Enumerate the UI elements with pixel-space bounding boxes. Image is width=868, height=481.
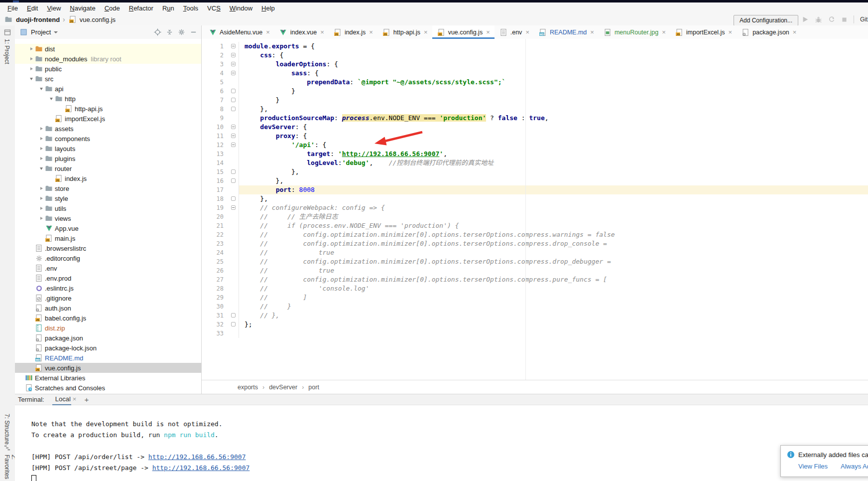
menu-item-edit[interactable]: Edit bbox=[22, 3, 42, 13]
chevron-right-icon[interactable] bbox=[38, 157, 44, 160]
code-line-15[interactable]: 15 }, bbox=[202, 167, 868, 176]
code-line-32[interactable]: 32}; bbox=[202, 320, 868, 329]
chevron-down-icon[interactable] bbox=[38, 167, 44, 170]
view-files-link[interactable]: View Files bbox=[798, 463, 828, 470]
menu-item-run[interactable]: Run bbox=[158, 3, 179, 13]
fold-end-icon[interactable] bbox=[231, 322, 236, 326]
tree-item-utils[interactable]: utils bbox=[15, 203, 201, 213]
tree-item-package-lock.json[interactable]: package-lock.json bbox=[15, 343, 201, 353]
code-line-25[interactable]: 25 // config.optimization.minimizer[0].o… bbox=[202, 257, 868, 266]
fold-marker[interactable] bbox=[230, 69, 239, 78]
run-with-coverage-icon[interactable] bbox=[828, 16, 835, 23]
fold-marker[interactable] bbox=[230, 141, 239, 150]
code-line-30[interactable]: 30 // } bbox=[202, 302, 868, 311]
close-icon[interactable]: × bbox=[590, 28, 594, 36]
fold-end-icon[interactable] bbox=[231, 98, 236, 102]
menu-item-window[interactable]: Window bbox=[225, 3, 257, 13]
chevron-down-icon[interactable] bbox=[54, 31, 58, 33]
tree-item-components[interactable]: components bbox=[15, 134, 201, 144]
tree-item-external-libraries[interactable]: External Libraries bbox=[15, 373, 201, 383]
tree-item-public[interactable]: public bbox=[15, 64, 201, 74]
tree-item-dist.zip[interactable]: dist.zip bbox=[15, 323, 201, 333]
fold-marker[interactable] bbox=[230, 132, 239, 141]
tree-item-vue.config.js[interactable]: JSvue.config.js bbox=[15, 363, 201, 373]
code-line-29[interactable]: 29 // ] bbox=[202, 293, 868, 302]
fold-marker[interactable] bbox=[230, 311, 239, 320]
fold-marker[interactable] bbox=[230, 42, 239, 51]
tree-item-src[interactable]: src bbox=[15, 74, 201, 84]
breadcrumb-exports[interactable]: exports bbox=[238, 384, 258, 391]
fold-collapse-icon[interactable] bbox=[231, 205, 236, 210]
code-line-22[interactable]: 22 // config.optimization.minimizer[0].o… bbox=[202, 230, 868, 239]
chevron-right-icon[interactable] bbox=[28, 47, 34, 50]
chevron-right-icon[interactable] bbox=[28, 57, 34, 60]
chevron-down-icon[interactable] bbox=[28, 78, 34, 80]
code-line-24[interactable]: 24 // true bbox=[202, 248, 868, 257]
new-terminal-session-button[interactable]: + bbox=[84, 395, 89, 404]
code-line-1[interactable]: 1module.exports = { bbox=[202, 42, 868, 51]
terminal-link[interactable]: http://192.168.66.56:9007 bbox=[148, 453, 246, 461]
editor-tab-menurouter.jpg[interactable]: menuRouter.jpg× bbox=[599, 25, 670, 39]
close-icon[interactable]: × bbox=[793, 28, 797, 36]
close-icon[interactable]: × bbox=[662, 28, 666, 36]
chevron-right-icon[interactable] bbox=[38, 147, 44, 150]
code-line-28[interactable]: 28 // 'console.log' bbox=[202, 284, 868, 293]
menu-item-view[interactable]: View bbox=[42, 3, 65, 13]
chevron-right-icon[interactable] bbox=[38, 217, 44, 220]
chevron-right-icon[interactable] bbox=[38, 137, 44, 140]
fold-marker[interactable] bbox=[230, 167, 239, 176]
fold-collapse-icon[interactable] bbox=[231, 134, 236, 138]
close-icon[interactable]: × bbox=[525, 28, 529, 36]
tree-item-index.js[interactable]: JSindex.js bbox=[15, 173, 201, 183]
tree-item-views[interactable]: views bbox=[15, 213, 201, 223]
fold-end-icon[interactable] bbox=[231, 89, 236, 93]
code-line-21[interactable]: 21 // if (process.env.NODE_ENV === 'prod… bbox=[202, 221, 868, 230]
code-line-18[interactable]: 18 }, bbox=[202, 194, 868, 203]
menu-item-vcs[interactable]: VCS bbox=[203, 3, 225, 13]
code-line-12[interactable]: 12 '/api': { bbox=[202, 141, 868, 150]
tree-item-router[interactable]: router bbox=[15, 163, 201, 173]
fold-end-icon[interactable] bbox=[231, 313, 236, 318]
code-line-19[interactable]: 19 // configureWebpack: config => { bbox=[202, 203, 868, 212]
code-line-11[interactable]: 11 proxy: { bbox=[202, 132, 868, 141]
tree-item-dist[interactable]: dist bbox=[15, 44, 201, 54]
menu-item-help[interactable]: Help bbox=[257, 3, 279, 13]
chevron-down-icon[interactable] bbox=[38, 88, 44, 90]
tree-item-readme.md[interactable]: MDREADME.md bbox=[15, 353, 201, 363]
terminal-output[interactable]: Note that the development build is not o… bbox=[15, 405, 868, 481]
menu-item-tools[interactable]: Tools bbox=[179, 3, 203, 13]
editor-tab-.env[interactable]: .env× bbox=[495, 25, 534, 39]
add-configuration-button[interactable]: Add Configuration... bbox=[734, 15, 798, 26]
tree-item-layouts[interactable]: layouts bbox=[15, 144, 201, 154]
fold-collapse-icon[interactable] bbox=[231, 53, 236, 57]
collapse-all-icon[interactable] bbox=[166, 28, 173, 36]
editor-tab-http-api.js[interactable]: JShttp-api.js× bbox=[377, 25, 432, 39]
fold-end-icon[interactable] bbox=[231, 169, 236, 174]
menu-item-code[interactable]: Code bbox=[100, 3, 124, 13]
terminal-tab-local[interactable]: Local× bbox=[53, 395, 79, 404]
tree-item-style[interactable]: style bbox=[15, 193, 201, 203]
tree-item-http[interactable]: http bbox=[15, 94, 201, 104]
tree-item-.gitignore[interactable]: .gitignore bbox=[15, 293, 201, 303]
stripe-structure-button[interactable]: 7: Structure bbox=[3, 414, 10, 445]
debug-icon[interactable] bbox=[815, 16, 822, 23]
code-line-20[interactable]: 20 // // 生产去除日志 bbox=[202, 212, 868, 221]
fold-end-icon[interactable] bbox=[231, 196, 236, 201]
fold-collapse-icon[interactable] bbox=[231, 62, 236, 66]
tree-item-app.vue[interactable]: App.vue bbox=[15, 223, 201, 233]
tree-item-assets[interactable]: assets bbox=[15, 124, 201, 134]
git-widget[interactable]: Git: bbox=[860, 16, 868, 23]
tree-item-.browserslistrc[interactable]: .browserslistrc bbox=[15, 243, 201, 253]
breadcrumb-project[interactable]: duoji-frontend bbox=[16, 16, 60, 23]
code-line-16[interactable]: 16 }, bbox=[202, 176, 868, 185]
fold-end-icon[interactable] bbox=[231, 107, 236, 111]
chevron-down-icon[interactable] bbox=[48, 98, 54, 100]
close-icon[interactable]: × bbox=[729, 28, 733, 36]
fold-marker[interactable] bbox=[230, 123, 239, 132]
breadcrumb-file[interactable]: vue.config.js bbox=[80, 16, 116, 23]
hide-panel-icon[interactable] bbox=[190, 28, 197, 36]
terminal-link[interactable]: http://192.168.66.56:9007 bbox=[152, 464, 250, 472]
close-icon[interactable]: × bbox=[320, 28, 324, 36]
fold-marker[interactable] bbox=[230, 60, 239, 69]
project-panel-title[interactable]: Project bbox=[31, 28, 51, 36]
